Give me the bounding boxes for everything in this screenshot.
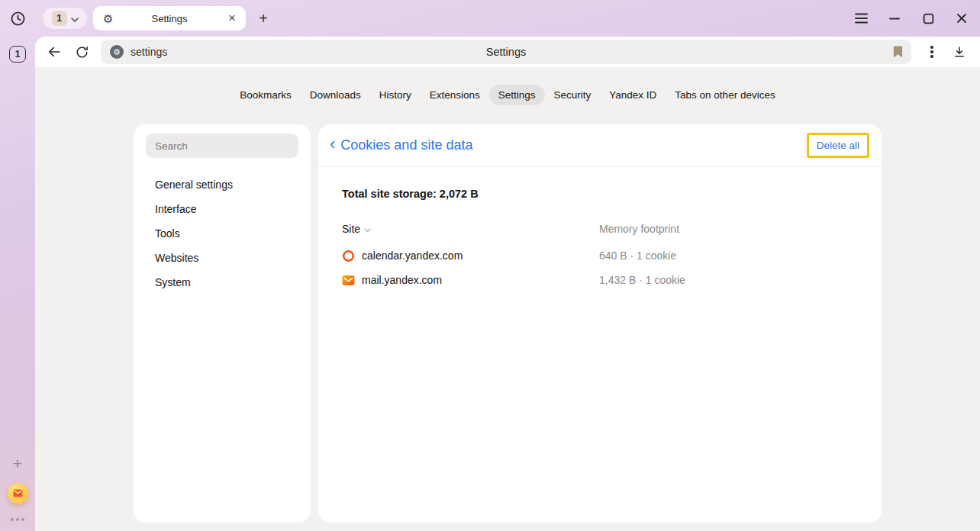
sidebar-item-tools[interactable]: Tools: [146, 221, 298, 246]
total-storage-label: Total site storage: 2,072 B: [342, 188, 854, 200]
page-title: Cookies and site data: [340, 137, 472, 153]
browser-window: 1 ⚙ Settings × +: [0, 0, 980, 531]
settings-top-nav: Bookmarks Downloads History Extensions S…: [35, 67, 980, 105]
nav-tab-history[interactable]: History: [370, 85, 421, 105]
sidebar-item-general-settings[interactable]: General settings: [146, 172, 298, 197]
table-header-row: Site Memory footprint: [342, 220, 854, 237]
nav-tab-other-devices[interactable]: Tabs on other devices: [666, 85, 784, 105]
cookies-header: ‹ Cookies and site data Delete all: [318, 124, 882, 167]
tab-counter[interactable]: 1: [43, 8, 87, 29]
cards-row: General settings Interface Tools Website…: [35, 124, 980, 523]
back-to-settings-link[interactable]: ‹ Cookies and site data: [330, 137, 472, 153]
page-title-center: Settings: [101, 46, 911, 58]
calendar-favicon-icon: [342, 249, 355, 262]
toolbar: ⚙ settings Settings: [35, 37, 980, 67]
tab-settings[interactable]: ⚙ Settings ×: [93, 6, 246, 31]
chevron-down-icon: [71, 11, 79, 25]
site-name: mail.yandex.com: [362, 274, 442, 286]
maximize-icon[interactable]: [920, 11, 936, 26]
memory-column-header: Memory footprint: [599, 223, 854, 235]
cookies-panel: ‹ Cookies and site data Delete all Total…: [318, 124, 882, 523]
nav-tab-yandex-id[interactable]: Yandex ID: [600, 85, 666, 105]
tab-title: Settings: [152, 13, 188, 24]
nav-tab-extensions[interactable]: Extensions: [421, 85, 489, 105]
site-memory: 1,432 B · 1 cookie: [599, 274, 854, 286]
minimize-icon[interactable]: [887, 11, 902, 26]
rail-bottom-group: +: [0, 455, 35, 524]
table-row[interactable]: calendar.yandex.com 640 B · 1 cookie: [342, 243, 854, 268]
sidebar-item-websites[interactable]: Websites: [146, 246, 298, 270]
settings-menu: General settings Interface Tools Website…: [146, 172, 298, 294]
delete-all-button[interactable]: Delete all: [807, 133, 869, 158]
main-row: 1 + ⚙ settings: [0, 37, 980, 531]
browser-body: ⚙ settings Settings Bookmarks Downloads: [35, 37, 980, 531]
nav-tab-bookmarks[interactable]: Bookmarks: [230, 85, 301, 105]
download-icon[interactable]: [946, 40, 972, 64]
table-row[interactable]: mail.yandex.com 1,432 B · 1 cookie: [342, 268, 854, 292]
search-input[interactable]: [146, 134, 298, 158]
titlebar: 1 ⚙ Settings × +: [0, 0, 980, 37]
nav-tab-downloads[interactable]: Downloads: [301, 85, 370, 105]
window-controls: [853, 11, 969, 26]
site-header-label: Site: [342, 223, 360, 235]
site-name: calendar.yandex.com: [362, 249, 463, 262]
settings-sidebar-card: General settings Interface Tools Website…: [134, 124, 311, 523]
tab-close-icon[interactable]: ×: [224, 11, 240, 26]
site-column-header[interactable]: Site: [342, 223, 599, 235]
nav-tab-security[interactable]: Security: [545, 85, 601, 105]
sidebar-item-system[interactable]: System: [146, 270, 298, 294]
close-window-icon[interactable]: [954, 11, 969, 26]
reload-icon[interactable]: [69, 40, 95, 64]
nav-tab-settings[interactable]: Settings: [489, 85, 545, 105]
history-clock-icon[interactable]: [8, 8, 27, 28]
kebab-menu-icon[interactable]: [919, 40, 945, 64]
back-chevron-icon: ‹: [330, 136, 335, 153]
site-memory: 640 B · 1 cookie: [599, 249, 854, 262]
sort-chevron-icon: [364, 223, 371, 235]
settings-page: Bookmarks Downloads History Extensions S…: [35, 67, 980, 531]
url-text: settings: [131, 46, 167, 58]
menu-hamburger-icon[interactable]: [853, 11, 869, 26]
page-favicon: ⚙: [110, 45, 124, 59]
back-icon[interactable]: [41, 40, 67, 64]
address-bar[interactable]: ⚙ settings Settings: [101, 40, 911, 64]
bookmark-flag-icon[interactable]: [892, 45, 904, 62]
rail-add-icon[interactable]: +: [13, 455, 22, 471]
mail-favicon-icon: [342, 274, 355, 287]
side-rail: 1 +: [0, 37, 35, 531]
sidebar-item-interface[interactable]: Interface: [146, 197, 298, 221]
rail-more-icon[interactable]: [11, 515, 24, 524]
tab-count-badge: 1: [52, 11, 67, 26]
yandex-mail-icon[interactable]: [8, 483, 28, 504]
gear-icon: ⚙: [103, 13, 113, 24]
cookies-body: Total site storage: 2,072 B Site Memory …: [318, 167, 882, 292]
rail-tab-count-button[interactable]: 1: [9, 46, 26, 63]
new-tab-button[interactable]: +: [253, 8, 273, 28]
